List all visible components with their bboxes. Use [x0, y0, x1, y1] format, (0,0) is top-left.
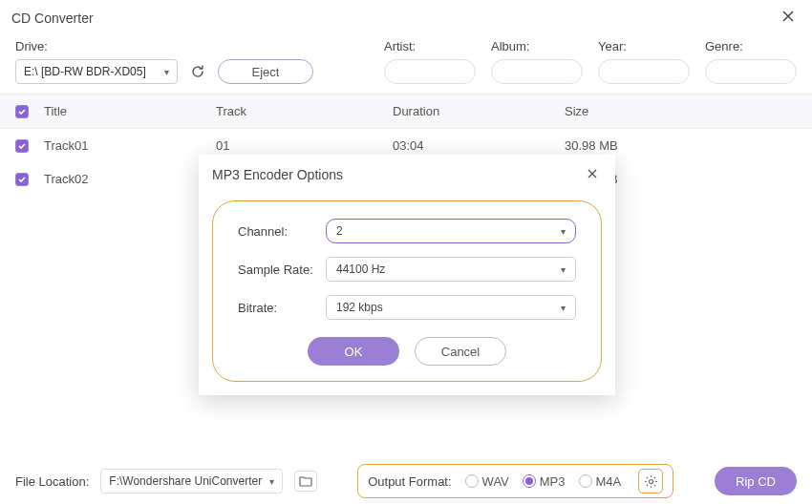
col-track: Track	[216, 104, 393, 118]
genre-input[interactable]	[705, 59, 797, 84]
svg-point-0	[649, 479, 652, 483]
window-title: CD Converter	[11, 10, 94, 26]
gear-icon	[644, 474, 658, 489]
chevron-down-icon: ▾	[269, 476, 274, 487]
cell-title: Track01	[44, 138, 216, 153]
row-checkbox[interactable]	[15, 139, 29, 153]
radio-label: MP3	[540, 474, 566, 489]
folder-icon	[299, 475, 312, 487]
cell-track: 01	[216, 138, 393, 153]
format-radio-m4a[interactable]: M4A	[579, 474, 622, 489]
bottom-bar: File Location: F:\Wondershare UniConvert…	[0, 458, 812, 504]
artist-label: Artist:	[384, 39, 476, 53]
channel-value: 2	[336, 224, 343, 238]
year-label: Year:	[598, 39, 690, 53]
close-icon[interactable]	[776, 6, 801, 30]
output-format-label: Output Format:	[368, 474, 451, 489]
col-duration: Duration	[393, 104, 565, 118]
chevron-down-icon: ▾	[164, 67, 169, 77]
open-folder-button[interactable]	[294, 471, 317, 492]
row-checkbox[interactable]	[15, 173, 29, 186]
drive-label: Drive:	[15, 39, 313, 53]
sample-rate-select[interactable]: 44100 Hz ▾	[326, 257, 576, 282]
dialog-body: Channel: 2 ▾ Sample Rate: 44100 Hz ▾ Bit…	[212, 200, 602, 382]
year-input[interactable]	[598, 59, 690, 84]
bitrate-select[interactable]: 192 kbps ▾	[326, 295, 576, 320]
chevron-down-icon: ▾	[561, 226, 566, 237]
output-format-group: Output Format: WAV MP3 M4A	[357, 464, 673, 498]
col-title: Title	[44, 104, 216, 118]
encoder-settings-button[interactable]	[638, 469, 663, 494]
dialog-close-icon[interactable]	[583, 164, 602, 185]
file-location-value: F:\Wondershare UniConverter	[109, 474, 262, 488]
genre-label: Genre:	[705, 39, 797, 53]
encoder-options-dialog: MP3 Encoder Options Channel: 2 ▾ Sample …	[199, 155, 615, 395]
top-controls: Drive: E:\ [BD-RW BDR-XD05] ▾ Eject Arti…	[0, 35, 812, 94]
drive-value: E:\ [BD-RW BDR-XD05]	[24, 65, 146, 78]
radio-icon	[579, 474, 592, 488]
ok-button[interactable]: OK	[308, 337, 399, 366]
format-radio-mp3[interactable]: MP3	[523, 474, 566, 489]
radio-icon	[523, 474, 536, 488]
format-radio-wav[interactable]: WAV	[465, 474, 509, 489]
cell-title: Track02	[44, 172, 216, 186]
bitrate-value: 192 kbps	[336, 301, 383, 314]
select-all-checkbox[interactable]	[15, 105, 29, 118]
table-header: Title Track Duration Size	[0, 94, 812, 129]
cell-size: 30.98 MB	[565, 138, 797, 153]
cell-duration: 03:04	[393, 138, 565, 153]
radio-label: M4A	[596, 474, 622, 489]
chevron-down-icon: ▾	[561, 303, 566, 313]
sample-rate-value: 44100 Hz	[336, 262, 385, 276]
titlebar: CD Converter	[0, 0, 812, 35]
eject-button[interactable]: Eject	[218, 59, 313, 84]
channel-label: Channel:	[238, 224, 326, 239]
radio-label: WAV	[482, 474, 509, 489]
file-location-label: File Location:	[15, 474, 89, 489]
file-location-select[interactable]: F:\Wondershare UniConverter ▾	[100, 469, 283, 494]
refresh-icon[interactable]	[187, 61, 208, 82]
dialog-title: MP3 Encoder Options	[212, 167, 343, 182]
channel-select[interactable]: 2 ▾	[326, 219, 576, 243]
album-input[interactable]	[491, 59, 583, 84]
drive-block: Drive: E:\ [BD-RW BDR-XD05] ▾ Eject	[15, 39, 313, 84]
cancel-button[interactable]: Cancel	[415, 337, 506, 366]
album-label: Album:	[491, 39, 583, 53]
chevron-down-icon: ▾	[561, 264, 566, 275]
bitrate-label: Bitrate:	[238, 301, 326, 315]
sample-rate-label: Sample Rate:	[238, 262, 326, 277]
artist-input[interactable]	[384, 59, 476, 84]
rip-cd-button[interactable]: Rip CD	[715, 467, 797, 495]
meta-fields: Artist: Album: Year: Genre:	[384, 39, 797, 84]
radio-icon	[465, 474, 479, 488]
col-size: Size	[565, 104, 797, 118]
drive-select[interactable]: E:\ [BD-RW BDR-XD05] ▾	[15, 59, 178, 84]
